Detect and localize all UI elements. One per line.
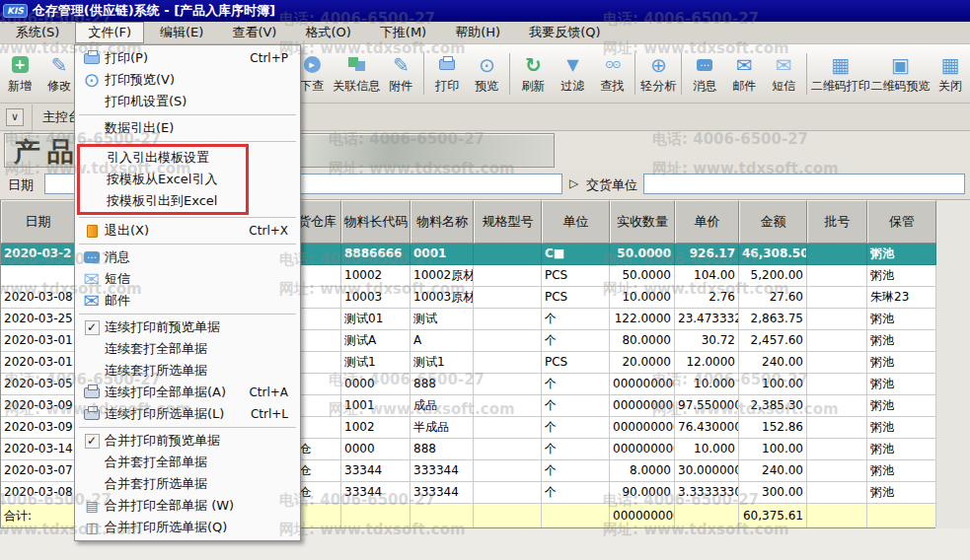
- total-cell-date: 合计:: [1, 504, 75, 527]
- menu-item-打印(P)[interactable]: 打印(P)Ctrl+P: [75, 47, 300, 69]
- menu-shortcut: Ctrl+A: [249, 385, 300, 399]
- toolbar-button-二维码预览[interactable]: ▣二维码预览: [870, 47, 931, 101]
- toolbar-button-label: 短信: [772, 78, 795, 95]
- column-header-金额[interactable]: 金额: [739, 200, 807, 244]
- cell-amount: 5,200.00: [739, 265, 807, 287]
- column-header-单位[interactable]: 单位: [542, 200, 610, 244]
- menu-item-合并打印全部单据 (W)[interactable]: ▤合并打印全部单据 (W): [75, 495, 300, 517]
- delivery-unit-label: 交货单位: [586, 176, 637, 194]
- toolbar-separator: [681, 53, 682, 95]
- toolbar-button-修改[interactable]: ✎修改: [39, 47, 79, 101]
- column-header-物料名称[interactable]: 物料名称: [410, 200, 474, 244]
- column-header-实收数量[interactable]: 实收数量: [610, 200, 675, 244]
- menubar-item-编辑(E)[interactable]: 编辑(E): [147, 22, 216, 43]
- menu-item-引入引出模板设置[interactable]: 引入引出模板设置: [80, 147, 246, 169]
- toolbar-button-附件[interactable]: ✎附件: [381, 47, 420, 101]
- menu-item-合并打印前预览单据[interactable]: ✓合并打印前预览单据: [75, 430, 300, 452]
- toolbar-button-过滤[interactable]: ▼过滤: [553, 47, 592, 101]
- cell-name: 10003原材料: [410, 287, 474, 309]
- toolbar-separator: [509, 53, 510, 95]
- toolbar-button-二维码打印[interactable]: ▦二维码打印: [810, 47, 870, 101]
- menu-shortcut: Ctrl+L: [251, 407, 300, 421]
- menubar-item-帮助(H)[interactable]: 帮助(H): [442, 22, 513, 43]
- cell-spec: [474, 482, 542, 504]
- menu-item-按模板引出到Excel[interactable]: 按模板引出到Excel: [80, 190, 246, 212]
- menu-item-合并打印所选单据(Q)[interactable]: ◫合并打印所选单据(Q): [75, 517, 300, 538]
- menu-item-连续打印所选单据(L)[interactable]: 连续打印所选单据(L)Ctrl+L: [75, 403, 300, 425]
- menu-item-label: 合并打印前预览单据: [105, 432, 220, 450]
- menu-item-连续打印前预览单据[interactable]: ✓连续打印前预览单据: [75, 316, 300, 338]
- cell-amount: 300.00: [739, 482, 807, 504]
- column-header-批号[interactable]: 批号: [807, 200, 867, 244]
- toolbar-button-邮件[interactable]: ✉邮件: [724, 47, 764, 101]
- expand-arrow-icon[interactable]: ▷: [569, 176, 578, 190]
- cell-code: 0000: [341, 374, 410, 395]
- menubar-item-下推(M)[interactable]: 下推(M): [367, 22, 439, 43]
- toolbar-button-轻分析[interactable]: ⊕轻分析: [638, 47, 678, 101]
- cell-qty: 20.0000: [610, 352, 675, 374]
- cell-unit: 个: [542, 417, 610, 439]
- toolbar-button-label: 轻分析: [640, 78, 676, 95]
- toolbar-button-打印[interactable]: 打印: [427, 47, 467, 101]
- cell-unit: 个: [542, 460, 610, 482]
- menu-item-数据引出(E)[interactable]: 数据引出(E): [75, 117, 300, 139]
- column-header-日期[interactable]: 日期: [1, 200, 75, 244]
- menu-item-连续打印全部单据(A)[interactable]: 连续打印全部单据(A)Ctrl+A: [75, 382, 300, 403]
- refresh-icon: ↻: [525, 53, 542, 77]
- cell-amount: 2,863.75: [739, 309, 807, 330]
- cell-name: 0001: [410, 244, 474, 265]
- menubar-item-格式(O)[interactable]: 格式(O): [292, 22, 363, 43]
- toolbar-button-消息[interactable]: …消息: [685, 47, 724, 101]
- menu-item-打印机设置(S)[interactable]: 打印机设置(S): [75, 91, 300, 112]
- menubar-item-查看(V)[interactable]: 查看(V): [219, 22, 289, 43]
- toolbar-button-关闭[interactable]: ▦关闭: [931, 47, 970, 101]
- cell-amount: 2,457.60: [739, 330, 807, 352]
- cell-spec: [474, 352, 542, 374]
- cell-date: 2020-03-01: [1, 352, 75, 374]
- menubar-item-系统(S)[interactable]: 系统(S): [3, 22, 72, 43]
- cell-batch: [807, 460, 867, 482]
- toolbar-button-刷新[interactable]: ↻刷新: [513, 47, 553, 101]
- toolbar-button-关联信息[interactable]: 关联信息: [332, 47, 381, 101]
- toolbar-button-短信[interactable]: ✉短信: [764, 47, 803, 101]
- delivery-unit-input[interactable]: [643, 174, 965, 194]
- menubar-item-文件(F)[interactable]: 文件(F): [75, 22, 144, 43]
- menu-bar: 系统(S)文件(F)编辑(E)查看(V)格式(O)下推(M)帮助(H)我要反馈(…: [0, 22, 970, 44]
- file-menu: 打印(P)Ctrl+P⊙打印预览(V)打印机设置(S)数据引出(E)引入引出模板…: [74, 44, 301, 541]
- column-header-物料长代码[interactable]: 物料长代码: [341, 200, 410, 244]
- toolbar-separator: [634, 53, 635, 95]
- menu-item-退出(X)[interactable]: 退出(X)Ctrl+X: [75, 220, 300, 242]
- title-bar: KIS 仓存管理(供应链)系统 - [产品入库序时簿]: [0, 0, 970, 22]
- menu-item-邮件[interactable]: ✉邮件: [75, 290, 300, 312]
- menu-item-短信[interactable]: ✉短信: [75, 268, 300, 290]
- column-header-保管[interactable]: 保管: [867, 200, 936, 244]
- menu-item-消息[interactable]: …消息: [75, 246, 300, 268]
- chevron-down-icon[interactable]: ∨: [6, 108, 24, 126]
- cell-unit: 个: [542, 482, 610, 504]
- cell-batch: [807, 244, 867, 265]
- menu-item-label: 连续套打全部单据: [105, 340, 207, 358]
- menu-item-按模板从Excel引入[interactable]: 按模板从Excel引入: [80, 169, 246, 190]
- toolbar-button-label: 消息: [693, 78, 716, 95]
- cell-name: 888: [410, 439, 474, 460]
- toolbar-button-查找[interactable]: ⊙⊙查找: [592, 47, 632, 101]
- menu-separator: [79, 427, 296, 428]
- menu-item-合并套打全部单据[interactable]: 合并套打全部单据: [75, 452, 300, 473]
- cell-keeper: 粥池: [867, 417, 936, 439]
- column-header-规格型号[interactable]: 规格型号: [474, 200, 542, 244]
- printer-color-icon: [84, 409, 100, 420]
- check-icon: ✓: [79, 320, 105, 335]
- menu-item-合并套打所选单据[interactable]: 合并套打所选单据: [75, 473, 300, 495]
- toolbar-button-预览[interactable]: ⊙预览: [467, 47, 506, 101]
- menu-item-打印预览(V)[interactable]: ⊙打印预览(V): [75, 69, 300, 91]
- menubar-item-我要反馈(Q)[interactable]: 我要反馈(Q): [516, 22, 613, 43]
- cell-price: 10.000: [675, 439, 739, 460]
- toolbar-button-新增[interactable]: +新增: [0, 47, 39, 101]
- column-header-单价[interactable]: 单价: [675, 200, 739, 244]
- menu-item-连续套打全部单据[interactable]: 连续套打全部单据: [75, 338, 300, 360]
- cell-keeper: 粥池: [867, 460, 936, 482]
- menu-item-label: 打印(P): [105, 49, 148, 67]
- menu-item-连续套打所选单据[interactable]: 连续套打所选单据: [75, 360, 300, 382]
- cell-batch: [807, 395, 867, 417]
- toolbar-separator: [423, 53, 424, 95]
